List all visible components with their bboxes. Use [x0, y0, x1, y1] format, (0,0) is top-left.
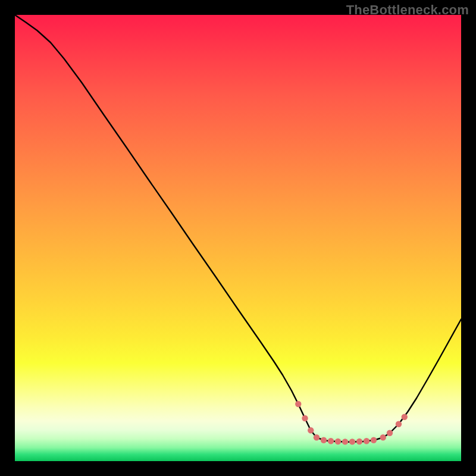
data-dot [321, 437, 327, 443]
data-dot [328, 438, 334, 444]
data-dot [342, 439, 348, 444]
data-dot [364, 438, 369, 444]
data-dot [349, 439, 355, 444]
data-dot [302, 415, 308, 421]
data-dot [396, 421, 402, 427]
bottleneck-curve [15, 15, 461, 442]
data-dot [314, 434, 320, 440]
watermark-text: TheBottleneck.com [346, 2, 469, 18]
chart-frame: TheBottleneck.com [0, 0, 476, 476]
plot-area [15, 15, 461, 461]
data-dot [380, 434, 386, 440]
data-dot [371, 437, 377, 443]
data-dot [387, 430, 393, 436]
data-dot [308, 427, 314, 433]
data-dot [356, 439, 362, 444]
data-dot [402, 414, 408, 420]
data-dot [335, 439, 341, 444]
dot-group [295, 401, 408, 445]
data-dot [295, 401, 301, 407]
curve-svg [15, 15, 461, 461]
